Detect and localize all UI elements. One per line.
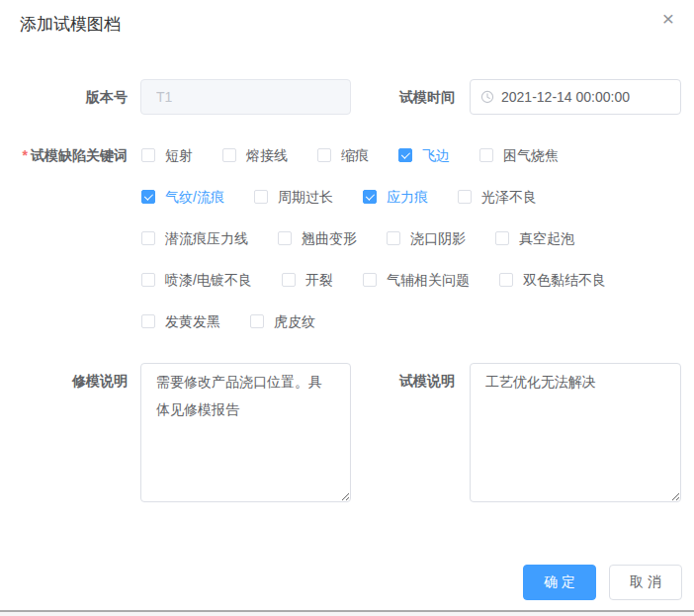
keyword-rows: 短射熔接线缩痕飞边困气烧焦气纹/流痕周期过长应力痕光泽不良潜流痕压力线翘曲变形浇…	[141, 134, 694, 342]
checkbox-icon[interactable]	[317, 148, 331, 162]
checkbox-row: 潜流痕压力线翘曲变形浇口阴影真空起泡	[141, 218, 694, 259]
defect-checkbox[interactable]: 缩痕	[317, 146, 369, 165]
trial-note-textarea[interactable]: 工艺优化无法解决	[470, 363, 681, 502]
checkbox-icon[interactable]	[278, 231, 292, 245]
top-form-row: 版本号 试模时间 2021-12-14 00:00:00	[0, 79, 681, 115]
clock-icon	[480, 90, 494, 104]
trial-time-value: 2021-12-14 00:00:00	[501, 89, 630, 105]
checkbox-icon[interactable]	[458, 190, 472, 204]
checkbox-icon[interactable]	[363, 190, 377, 204]
checkbox-label: 浇口阴影	[400, 229, 466, 248]
checkbox-icon[interactable]	[495, 231, 509, 245]
checkbox-label: 周期过长	[268, 188, 333, 207]
trial-note-label: 试模说明	[351, 363, 463, 391]
checkbox-icon[interactable]	[254, 190, 268, 204]
repair-note-label: 修模说明	[0, 363, 133, 391]
defect-checkbox[interactable]: 喷漆/电镀不良	[141, 271, 252, 290]
defect-checkbox[interactable]: 困气烧焦	[479, 146, 559, 165]
checkbox-icon[interactable]	[222, 148, 236, 162]
version-input[interactable]	[140, 79, 351, 115]
checkbox-icon[interactable]	[141, 148, 155, 162]
checkbox-icon[interactable]	[141, 190, 155, 204]
defect-checkbox[interactable]: 光泽不良	[458, 188, 537, 207]
checkbox-label: 熔接线	[236, 146, 288, 165]
checkbox-label: 喷漆/电镀不良	[155, 271, 252, 290]
required-asterisk: *	[23, 147, 28, 163]
checkbox-label: 飞边	[412, 146, 450, 165]
defect-checkbox[interactable]: 周期过长	[254, 188, 333, 207]
notes-form-row: 修模说明 需要修改产品浇口位置。具体见修模报告 试模说明 工艺优化无法解决	[0, 363, 681, 502]
version-label: 版本号	[0, 79, 133, 115]
confirm-button[interactable]: 确 定	[523, 565, 596, 600]
defect-checkbox[interactable]: 飞边	[398, 146, 450, 165]
checkbox-icon[interactable]	[250, 314, 264, 328]
checkbox-label: 双色黏结不良	[513, 271, 606, 290]
checkbox-icon[interactable]	[363, 273, 377, 287]
trial-time-input[interactable]: 2021-12-14 00:00:00	[470, 79, 681, 115]
keywords-section: *试模缺陷关键词 短射熔接线缩痕飞边困气烧焦气纹/流痕周期过长应力痕光泽不良潜流…	[0, 134, 694, 342]
trial-time-label: 试模时间	[351, 79, 463, 115]
defect-checkbox[interactable]: 应力痕	[363, 188, 428, 207]
checkbox-label: 翘曲变形	[292, 229, 357, 248]
keywords-label-text: 试模缺陷关键词	[31, 147, 128, 163]
checkbox-row: 发黄发黑虎皮纹	[141, 301, 694, 342]
page-edge-divider	[0, 610, 694, 616]
checkbox-label: 应力痕	[377, 188, 428, 207]
checkbox-label: 开裂	[296, 271, 333, 290]
checkbox-icon[interactable]	[282, 273, 296, 287]
checkbox-icon[interactable]	[479, 148, 493, 162]
checkbox-icon[interactable]	[141, 273, 155, 287]
defect-checkbox[interactable]: 浇口阴影	[387, 229, 466, 248]
checkbox-icon[interactable]	[141, 314, 155, 328]
checkbox-label: 真空起泡	[509, 229, 574, 248]
defect-checkbox[interactable]: 气辅相关问题	[363, 271, 470, 290]
cancel-button[interactable]: 取 消	[609, 565, 682, 600]
checkbox-label: 虎皮纹	[264, 312, 315, 331]
checkbox-icon[interactable]	[499, 273, 513, 287]
add-trial-mold-dialog: 添加试模图档 × 版本号 试模时间 2021-12-14 00:00:00 *试…	[0, 0, 694, 616]
checkbox-row: 气纹/流痕周期过长应力痕光泽不良	[141, 176, 694, 218]
defect-checkbox[interactable]: 开裂	[282, 271, 333, 290]
checkbox-row: 短射熔接线缩痕飞边困气烧焦	[141, 134, 694, 176]
defect-checkbox[interactable]: 熔接线	[222, 146, 288, 165]
dialog-footer: 确 定 取 消	[523, 565, 682, 600]
checkbox-icon[interactable]	[141, 231, 155, 245]
dialog-title: 添加试模图档	[20, 13, 121, 36]
keywords-label: *试模缺陷关键词	[0, 134, 133, 165]
checkbox-label: 光泽不良	[472, 188, 537, 207]
checkbox-row: 喷漆/电镀不良开裂气辅相关问题双色黏结不良	[141, 259, 694, 301]
checkbox-label: 潜流痕压力线	[155, 229, 248, 248]
close-icon[interactable]: ×	[656, 7, 680, 31]
checkbox-label: 气纹/流痕	[155, 188, 224, 207]
defect-checkbox[interactable]: 气纹/流痕	[141, 188, 224, 207]
defect-checkbox[interactable]: 双色黏结不良	[499, 271, 606, 290]
defect-checkbox[interactable]: 翘曲变形	[278, 229, 357, 248]
checkbox-label: 短射	[155, 146, 193, 165]
repair-note-textarea[interactable]: 需要修改产品浇口位置。具体见修模报告	[140, 363, 351, 502]
defect-checkbox[interactable]: 真空起泡	[495, 229, 574, 248]
checkbox-label: 发黄发黑	[155, 312, 220, 331]
checkbox-label: 气辅相关问题	[377, 271, 470, 290]
checkbox-icon[interactable]	[398, 148, 412, 162]
defect-checkbox[interactable]: 虎皮纹	[250, 312, 315, 331]
defect-checkbox[interactable]: 发黄发黑	[141, 312, 220, 331]
defect-checkbox[interactable]: 潜流痕压力线	[141, 229, 248, 248]
checkbox-icon[interactable]	[387, 231, 400, 245]
checkbox-label: 缩痕	[331, 146, 369, 165]
defect-checkbox[interactable]: 短射	[141, 146, 193, 165]
checkbox-label: 困气烧焦	[493, 146, 559, 165]
